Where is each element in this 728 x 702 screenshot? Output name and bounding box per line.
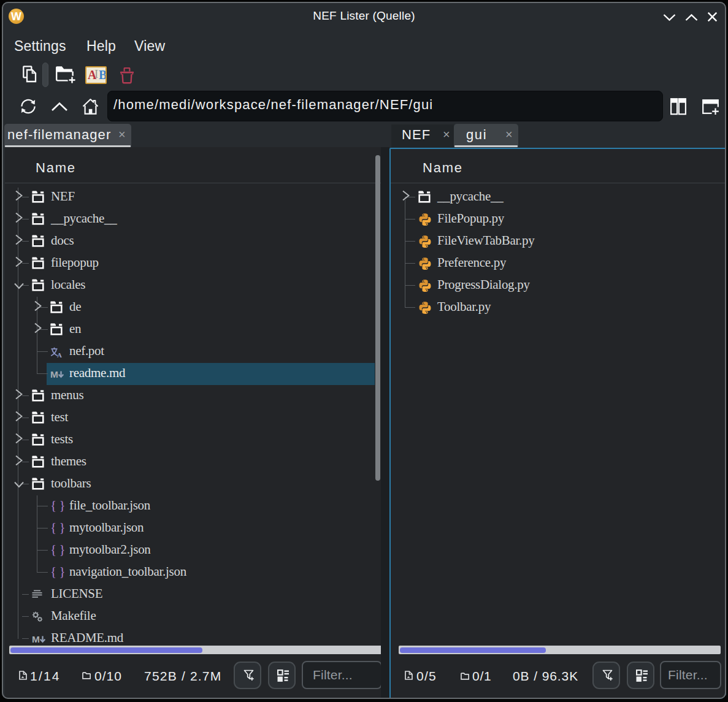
svg-text:A: A [57, 351, 62, 358]
svg-text:M: M [32, 634, 39, 644]
svg-text:M: M [50, 369, 58, 380]
